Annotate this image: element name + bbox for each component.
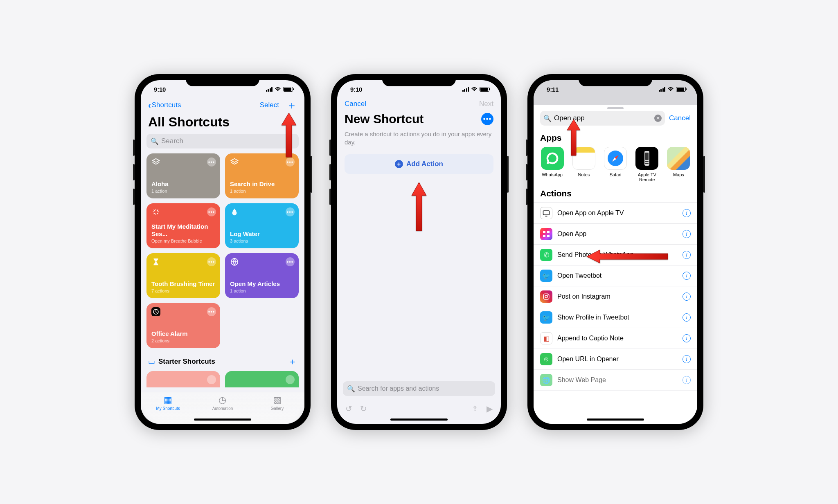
signal-icon: [462, 87, 469, 92]
action-show-profile-tweetbot[interactable]: 🐦 Show Profile in Tweetbot i: [534, 307, 697, 328]
search-actions-input[interactable]: 🔍 Search for apps and actions: [343, 381, 495, 396]
cancel-button[interactable]: Cancel: [669, 114, 691, 122]
clear-icon[interactable]: ✕: [654, 115, 662, 122]
undo-icon[interactable]: ↺: [341, 404, 356, 414]
starter-tile-1[interactable]: [146, 371, 220, 387]
plus-circle-icon: +: [395, 160, 403, 168]
hourglass-icon: [151, 257, 160, 266]
status-time: 9:10: [154, 86, 166, 93]
nav-bar: ‹ Shortcuts Select ＋: [141, 98, 304, 115]
info-icon[interactable]: i: [683, 230, 691, 238]
more-icon[interactable]: •••: [286, 158, 295, 166]
search-input[interactable]: 🔍 Open app ✕: [540, 111, 665, 126]
signal-icon: [659, 87, 666, 92]
home-indicator[interactable]: [390, 418, 448, 421]
search-row: 🔍 Open app ✕ Cancel: [534, 111, 697, 130]
more-icon[interactable]: •••: [207, 307, 216, 316]
globe-icon: [230, 257, 239, 266]
tile-label: Tooth Brushing Timer: [151, 280, 215, 288]
more-icon[interactable]: •••: [207, 257, 216, 266]
home-indicator[interactable]: [587, 418, 644, 421]
clock-icon: [151, 307, 160, 316]
shortcut-tiles: ••• Aloha 1 action ••• Search in Drive 1…: [141, 153, 304, 348]
add-action-button[interactable]: + Add Action: [345, 154, 493, 174]
cancel-button[interactable]: Cancel: [345, 100, 366, 108]
signal-icon: [266, 87, 273, 92]
apps-header: Apps: [534, 130, 697, 147]
svg-marker-2: [282, 113, 296, 157]
tile-search-drive[interactable]: ••• Search in Drive 1 action: [225, 153, 299, 198]
tile-tooth-timer[interactable]: ••• Tooth Brushing Timer 7 actions: [146, 253, 220, 298]
redo-icon[interactable]: ↻: [356, 404, 371, 414]
screen-all-shortcuts: 9:10 ‹ Shortcuts Select ＋ All Shortcuts …: [141, 80, 304, 424]
tab-automation[interactable]: ◷ Automation: [195, 392, 250, 416]
info-icon[interactable]: i: [683, 272, 691, 280]
more-icon[interactable]: •••: [207, 207, 216, 216]
tile-sub: Open my Breathe Bubble: [151, 239, 215, 243]
info-icon[interactable]: i: [683, 313, 691, 322]
action-open-url-opener[interactable]: ⎋ Open URL in Opener i: [534, 349, 697, 370]
more-icon[interactable]: •••: [481, 113, 493, 125]
tab-my-shortcuts[interactable]: ▦ My Shortcuts: [141, 392, 195, 416]
tab-gallery[interactable]: ▧ Gallery: [250, 392, 304, 416]
action-show-web-page[interactable]: 🌐 Show Web Page i: [534, 370, 697, 391]
app-safari[interactable]: Safari: [603, 147, 627, 182]
info-icon[interactable]: i: [683, 334, 691, 342]
battery-icon: [676, 87, 686, 92]
info-icon[interactable]: i: [683, 355, 691, 363]
sheet-grabber[interactable]: [607, 107, 624, 109]
tile-label: Log Water: [230, 230, 294, 238]
more-icon[interactable]: •••: [286, 207, 295, 216]
more-icon[interactable]: •••: [286, 257, 295, 266]
app-maps[interactable]: Maps: [667, 147, 691, 182]
search-input[interactable]: 🔍 Search: [146, 134, 299, 148]
tile-aloha[interactable]: ••• Aloha 1 action: [146, 153, 220, 198]
chevron-left-icon: ‹: [148, 101, 151, 110]
page-title: All Shortcuts: [141, 115, 304, 134]
more-icon[interactable]: •••: [207, 158, 216, 166]
subtitle-text: Create a shortcut to actions you do in y…: [337, 130, 501, 147]
back-button[interactable]: ‹ Shortcuts: [148, 101, 181, 110]
starter-shortcuts-header[interactable]: ▭ Starter Shortcuts ＋: [141, 348, 304, 371]
home-indicator[interactable]: [194, 418, 251, 421]
info-icon[interactable]: i: [683, 292, 691, 301]
action-open-app[interactable]: Open App i: [534, 224, 697, 245]
play-icon[interactable]: ▶: [482, 404, 497, 414]
sheet: 🔍 Open app ✕ Cancel Apps WhatsApp Notes: [534, 105, 697, 424]
info-icon[interactable]: i: [683, 376, 691, 384]
annotation-arrow-up: [281, 113, 297, 158]
plus-icon[interactable]: ＋: [286, 100, 297, 110]
action-post-instagram[interactable]: Post on Instagram i: [534, 286, 697, 307]
tab-label: Automation: [212, 406, 233, 411]
action-open-app-appletv[interactable]: Open App on Apple TV i: [534, 203, 697, 224]
search-placeholder: Search: [161, 137, 183, 145]
tile-label: Start My Meditation Ses...: [151, 223, 215, 238]
status-icons: [659, 87, 686, 92]
title-row: New Shortcut •••: [337, 112, 501, 130]
nav-bar: Cancel Next: [337, 98, 501, 112]
tile-log-water[interactable]: ••• Log Water 3 actions: [225, 203, 299, 248]
add-starter-icon[interactable]: ＋: [288, 356, 297, 368]
app-whatsapp[interactable]: WhatsApp: [540, 147, 564, 182]
maps-icon: [667, 147, 690, 170]
stack-icon: [151, 158, 160, 166]
next-button[interactable]: Next: [479, 100, 493, 108]
app-apple-tv-remote[interactable]: Apple TV Remote: [635, 147, 659, 182]
svg-marker-15: [567, 119, 580, 155]
nav-right: Select ＋: [260, 100, 297, 110]
phone-3: 9:11 🔍 Open app ✕ Cancel Apps: [527, 74, 703, 430]
tile-office-alarm[interactable]: ••• Office Alarm 2 actions: [146, 303, 220, 348]
info-icon[interactable]: i: [683, 209, 691, 217]
tile-meditation[interactable]: ••• Start My Meditation Ses... Open my B…: [146, 203, 220, 248]
share-icon[interactable]: ⇪: [467, 404, 482, 413]
action-open-tweetbot[interactable]: 🐦 Open Tweetbot i: [534, 266, 697, 286]
tile-open-articles[interactable]: ••• Open My Articles 1 action: [225, 253, 299, 298]
info-icon[interactable]: i: [683, 251, 691, 259]
select-button[interactable]: Select: [260, 101, 279, 109]
starter-tile-2[interactable]: [225, 371, 299, 387]
tab-label: Gallery: [270, 406, 284, 411]
action-label: Open Tweetbot: [557, 272, 678, 279]
battery-icon: [283, 87, 293, 92]
action-append-captio[interactable]: ◧ Append to Captio Note i: [534, 328, 697, 349]
opener-icon: ⎋: [540, 353, 552, 365]
